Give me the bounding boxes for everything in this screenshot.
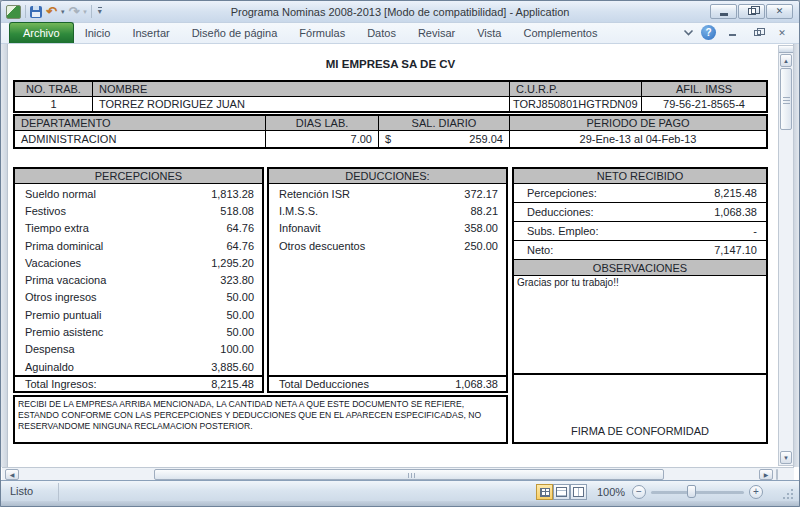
total-deducciones-row[interactable]: Total Deducciones 1,068.38: [269, 375, 506, 391]
window-frame-left: [1, 44, 8, 467]
neto-section: NETO RECIBIDO Percepciones:8,215.48 Dedu…: [512, 167, 768, 444]
vertical-split-handle[interactable]: [779, 46, 793, 53]
deduccion-row[interactable]: Retención ISR372.17: [269, 185, 506, 202]
value-nombre[interactable]: TORREZ RODRIGUEZ JUAN: [93, 97, 510, 111]
observaciones-title: OBSERVACIONES: [514, 260, 766, 276]
item-value: 1,068.38: [714, 206, 766, 218]
window-frame-bottom: [1, 501, 799, 506]
workbook-restore-button[interactable]: [748, 26, 766, 39]
tab-diseno-de-pagina[interactable]: Diseño de página: [181, 23, 289, 43]
customize-qat-icon[interactable]: ▾: [98, 7, 102, 16]
percepcion-row[interactable]: Tiempo extra64.76: [15, 220, 262, 237]
view-page-layout-button[interactable]: [553, 484, 570, 500]
value-no-trab[interactable]: 1: [15, 97, 93, 111]
tab-datos[interactable]: Datos: [356, 23, 407, 43]
restore-button[interactable]: [738, 4, 765, 19]
percepcion-row[interactable]: Otros ingresos50.00: [15, 289, 262, 306]
item-value: 372.17: [464, 188, 506, 200]
workbook-close-button[interactable]: ✕: [773, 26, 791, 39]
tab-complementos[interactable]: Complementos: [512, 23, 608, 43]
value-curp[interactable]: TORJ850801HGTRDN09: [510, 97, 642, 111]
value-sal-diario[interactable]: $ 259.04: [379, 131, 510, 147]
neto-row[interactable]: Subs. Empleo:-: [514, 222, 766, 241]
tab-vista[interactable]: Vista: [466, 23, 512, 43]
tab-insertar[interactable]: Insertar: [121, 23, 180, 43]
percepcion-row[interactable]: Vacaciones1,295.20: [15, 254, 262, 271]
deduccion-row[interactable]: Infonavit358.00: [269, 220, 506, 237]
zoom-level[interactable]: 100%: [597, 486, 625, 498]
help-icon[interactable]: ?: [701, 25, 716, 40]
tab-split-handle[interactable]: [776, 469, 778, 480]
close-icon: ✕: [776, 7, 784, 16]
app-icon[interactable]: [6, 5, 21, 19]
observaciones-box[interactable]: Gracias por tu trabajo!!: [514, 276, 766, 375]
title-bar: ↶ ▾ ↷ ▾ ▾ Programa Nominas 2008-2013 [Mo…: [1, 1, 799, 23]
divider: [25, 5, 26, 18]
undo-dropdown-icon[interactable]: ▾: [61, 8, 65, 16]
value-periodo-de-pago[interactable]: 29-Ene-13 al 04-Feb-13: [510, 131, 766, 147]
workbook-minimize-button[interactable]: [723, 26, 741, 39]
deduccion-row[interactable]: Otros descuentos250.00: [269, 237, 506, 254]
value-departamento[interactable]: ADMINISTRACION: [15, 131, 266, 147]
view-page-break-button[interactable]: [570, 484, 587, 500]
normal-view-icon: [540, 488, 550, 497]
application-window: ↶ ▾ ↷ ▾ ▾ Programa Nominas 2008-2013 [Mo…: [0, 0, 800, 507]
header-afil-imss: AFIL. IMSS: [642, 82, 766, 97]
item-label: Infonavit: [269, 222, 464, 234]
percepcion-row[interactable]: Festivos518.08: [15, 202, 262, 219]
zoom-slider-track[interactable]: [651, 491, 744, 494]
vertical-scrollbar[interactable]: ▲ ▼: [778, 45, 794, 466]
scroll-up-button[interactable]: ▲: [780, 54, 792, 67]
header-nombre: NOMBRE: [93, 82, 510, 97]
percepcion-row[interactable]: Aguinaldo3,885.60: [15, 358, 262, 375]
expand-ribbon-chevron-icon[interactable]: [683, 29, 694, 37]
view-shortcuts: [536, 484, 587, 500]
header-sal-diario: SAL. DIARIO: [379, 116, 510, 131]
percepcion-row[interactable]: Premio puntuali50.00: [15, 306, 262, 323]
redo-icon[interactable]: ↷: [68, 6, 79, 18]
window-resize-grip[interactable]: [783, 487, 795, 499]
save-icon[interactable]: [30, 6, 42, 18]
item-value: 3,885.60: [211, 361, 262, 373]
value-afil-imss[interactable]: 79-56-21-8565-4: [642, 97, 766, 111]
item-label: Prima vacaciona: [15, 274, 220, 286]
deducciones-section: DEDUCCIONES: Retención ISR372.17 I.M.S.S…: [267, 167, 508, 393]
neto-row[interactable]: Neto:7,147.10: [514, 241, 766, 260]
tab-archivo[interactable]: Archivo: [9, 22, 74, 43]
percepcion-row[interactable]: Sueldo normal1,813.28: [15, 185, 262, 202]
item-value: 100.00: [220, 343, 262, 355]
percepcion-row[interactable]: Premio asistenc50.00: [15, 323, 262, 340]
header-periodo-de-pago: PERIODO DE PAGO: [510, 116, 766, 131]
tab-inicio[interactable]: Inicio: [74, 23, 122, 43]
header-curp: C.U.R.P.: [510, 82, 642, 97]
redo-dropdown-icon[interactable]: ▾: [83, 8, 87, 16]
firma-box[interactable]: FIRMA DE CONFORMIDAD: [514, 375, 766, 442]
undo-icon[interactable]: ↶: [46, 6, 57, 18]
zoom-in-icon: +: [753, 486, 759, 497]
scroll-left-button[interactable]: ◀: [5, 469, 19, 480]
item-label: Prima dominical: [15, 240, 226, 252]
neto-row[interactable]: Deducciones:1,068.38: [514, 203, 766, 222]
tab-formulas[interactable]: Fórmulas: [288, 23, 356, 43]
scroll-down-button[interactable]: ▼: [780, 451, 792, 464]
neto-recibido-title: NETO RECIBIDO: [514, 169, 766, 184]
percepcion-row[interactable]: Prima dominical64.76: [15, 237, 262, 254]
percepcion-row[interactable]: Prima vacaciona323.80: [15, 271, 262, 288]
percepcion-row[interactable]: Despensa100.00: [15, 341, 262, 358]
horizontal-scrollbar[interactable]: ◀ ▶: [2, 467, 794, 480]
close-button[interactable]: ✕: [766, 4, 793, 19]
deduccion-row[interactable]: I.M.S.S.88.21: [269, 202, 506, 219]
value-dias-lab[interactable]: 7.00: [266, 131, 379, 147]
view-normal-button[interactable]: [536, 484, 553, 500]
zoom-slider-thumb[interactable]: [687, 485, 696, 498]
tab-revisar[interactable]: Revisar: [407, 23, 466, 43]
minimize-button[interactable]: [710, 4, 737, 19]
zoom-out-button[interactable]: −: [632, 485, 646, 499]
vertical-scrollbar-thumb[interactable]: [780, 68, 792, 130]
scroll-right-button[interactable]: ▶: [759, 469, 773, 480]
zoom-in-button[interactable]: +: [749, 485, 763, 499]
neto-row[interactable]: Percepciones:8,215.48: [514, 184, 766, 203]
quick-access-toolbar: ↶ ▾ ↷ ▾ ▾: [1, 5, 102, 19]
horizontal-scrollbar-thumb[interactable]: [154, 469, 664, 480]
total-ingresos-row[interactable]: Total Ingresos: 8,215.48: [15, 375, 262, 391]
